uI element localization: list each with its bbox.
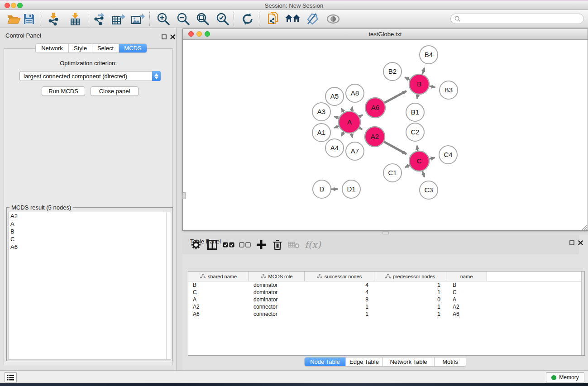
table-cell: 1	[305, 310, 374, 318]
result-item[interactable]: A6	[9, 243, 167, 251]
graph-edge[interactable]	[352, 106, 353, 111]
zoom-out-icon[interactable]	[176, 11, 191, 27]
table-row[interactable]: Adominator80A	[188, 296, 584, 303]
toolbar-separator	[89, 12, 89, 26]
table-row[interactable]: Cdominator41C	[188, 289, 584, 296]
import-table-icon[interactable]	[67, 11, 83, 27]
graph-node-label: B1	[411, 108, 419, 116]
export-image-icon[interactable]	[130, 11, 145, 27]
node-table[interactable]: shared nameMCDS rolesuccessor nodesprede…	[188, 271, 585, 356]
memory-label: Memory	[559, 374, 578, 381]
float-table-panel-icon[interactable]	[569, 239, 574, 247]
tab-motifs[interactable]: Motifs	[435, 357, 466, 366]
graph-edge[interactable]	[422, 171, 424, 177]
table-cell: 1	[374, 310, 446, 318]
graph-edge[interactable]	[417, 95, 417, 99]
result-scrollbar[interactable]	[166, 212, 171, 360]
graph-edge[interactable]	[359, 115, 363, 117]
graph-edge[interactable]	[422, 68, 425, 75]
memory-button[interactable]: Memory	[546, 372, 584, 382]
table-cell: A2	[446, 303, 487, 310]
table-cell: C	[446, 289, 487, 296]
home-icon[interactable]	[285, 11, 301, 27]
graph-edge[interactable]	[341, 108, 344, 112]
graph-edge[interactable]	[405, 77, 410, 80]
network-window-titlebar[interactable]: testGlobe.txt	[183, 29, 588, 40]
document-network-icon[interactable]	[266, 11, 281, 27]
graph-edge[interactable]	[359, 128, 363, 129]
run-mcds-button[interactable]: Run MCDS	[42, 86, 85, 96]
graph-edge[interactable]	[384, 91, 406, 103]
select-all-icon[interactable]	[220, 237, 237, 253]
toolbar-separator	[234, 12, 234, 26]
mcds-result-list[interactable]: A2ABCA6	[8, 212, 167, 360]
column-header[interactable]: successor nodes	[305, 272, 374, 281]
canvas-bottom-scrollnub[interactable]	[382, 231, 389, 234]
search-icon	[454, 16, 460, 22]
graph-edge[interactable]	[405, 165, 410, 167]
add-row-icon[interactable]	[253, 237, 269, 253]
control-panel: Control Panel Network Style Select MCDS …	[0, 28, 177, 370]
table-row[interactable]: A6connector11A6	[188, 310, 584, 318]
zoom-fit-icon[interactable]	[195, 11, 210, 27]
table-cell: A6	[188, 310, 249, 318]
tab-select[interactable]: Select	[92, 44, 119, 52]
table-row[interactable]: Bdominator41B	[188, 281, 584, 289]
delete-row-icon[interactable]	[269, 237, 286, 253]
graph-edge[interactable]	[352, 133, 353, 138]
float-panel-icon[interactable]	[162, 33, 167, 41]
result-item[interactable]: A	[9, 220, 167, 228]
delete-table-icon[interactable]	[286, 237, 302, 253]
graph-edge[interactable]	[429, 157, 435, 159]
save-session-icon[interactable]	[21, 11, 37, 27]
column-header[interactable]: name	[446, 272, 487, 281]
column-header[interactable]: shared name	[188, 272, 249, 281]
table-row[interactable]: A2connector11A2	[188, 303, 584, 310]
graph-edge[interactable]	[384, 142, 406, 154]
close-table-panel-icon[interactable]	[578, 239, 583, 247]
graph-edge[interactable]	[341, 132, 344, 136]
search-input[interactable]	[463, 16, 583, 22]
tab-network[interactable]: Network	[36, 44, 69, 52]
graph-edge[interactable]	[334, 126, 339, 128]
export-network-icon[interactable]	[91, 11, 107, 27]
graph-edge[interactable]	[417, 146, 418, 151]
column-header[interactable]: MCDS role	[249, 272, 305, 281]
table-panel: Table Panel f(x) shared nameMC	[182, 235, 588, 370]
open-folder-icon[interactable]	[6, 11, 21, 27]
attribute-tree-icon	[200, 274, 206, 279]
close-panel-button[interactable]: Close panel	[91, 86, 139, 96]
export-table-icon[interactable]	[110, 11, 126, 27]
graph-edge[interactable]	[334, 116, 339, 118]
canvas-left-scrollnub[interactable]	[182, 192, 186, 199]
task-history-button[interactable]	[5, 372, 17, 382]
result-item[interactable]: A2	[9, 212, 167, 220]
search-field[interactable]	[450, 14, 584, 24]
close-panel-icon[interactable]	[170, 33, 175, 41]
table-cell: A	[188, 296, 249, 303]
table-cell: B	[188, 281, 249, 289]
tab-mcds[interactable]: MCDS	[119, 44, 147, 52]
zoom-selected-icon[interactable]	[215, 11, 230, 27]
column-header[interactable]: predecessor nodes	[374, 272, 446, 281]
tab-network-table[interactable]: Network Table	[383, 357, 435, 366]
attribute-tree-icon	[385, 274, 391, 279]
tab-node-table[interactable]: Node Table	[305, 357, 346, 366]
result-item[interactable]: B	[9, 228, 167, 235]
criterion-dropdown[interactable]: largest connected component (directed)	[19, 71, 161, 81]
tab-edge-table[interactable]: Edge Table	[346, 357, 383, 366]
result-item[interactable]: C	[9, 235, 167, 243]
tab-style[interactable]: Style	[69, 44, 92, 52]
zoom-in-icon[interactable]	[156, 11, 171, 27]
function-builder-icon[interactable]: f(x)	[302, 237, 324, 253]
network-canvas[interactable]: B4B2BB3A5A8A6B1A3AA1C2A2A4A7C4CC1C3DD1	[183, 40, 588, 230]
graph-edge[interactable]	[430, 86, 435, 88]
hide-labels-icon[interactable]	[305, 11, 320, 27]
deselect-all-icon[interactable]	[237, 237, 253, 253]
table-cell: 0	[374, 296, 446, 303]
refresh-icon[interactable]	[240, 11, 255, 27]
status-bar: Memory	[0, 370, 588, 383]
eye-icon[interactable]	[325, 11, 341, 27]
table-scrollbar[interactable]	[581, 272, 584, 355]
import-network-icon[interactable]	[46, 11, 61, 27]
